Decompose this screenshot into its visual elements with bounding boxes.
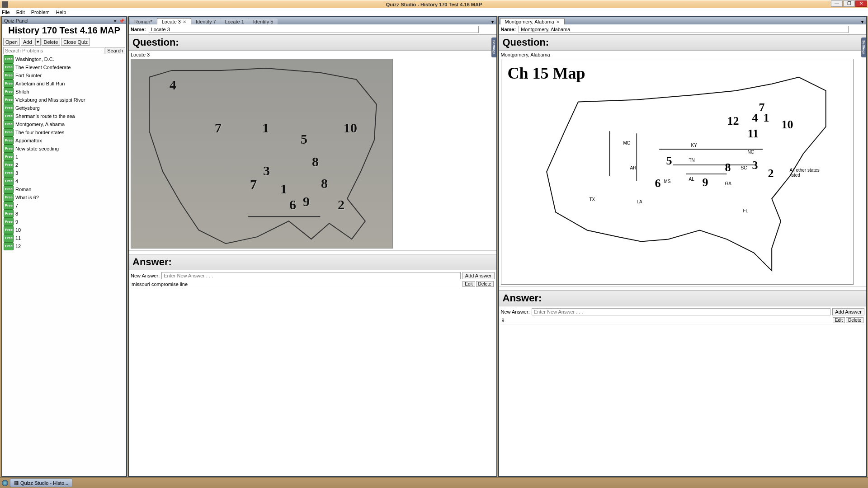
maximize-button[interactable]: ❐	[843, 0, 855, 7]
open-button[interactable]: Open	[3, 38, 20, 46]
problem-item[interactable]: FreeThe Elevent Confederate	[3, 63, 126, 71]
delete-button[interactable]: Delete	[476, 281, 494, 287]
name-row: Name:	[499, 24, 867, 34]
app-icon	[2, 1, 8, 8]
workspace: Quiz Panel ▾ 📌 History 170 Test 4.16 MAP…	[0, 16, 868, 477]
map-number: 11	[748, 127, 759, 141]
close-icon[interactable]: ✕	[183, 19, 186, 24]
map-number: 8	[321, 176, 328, 191]
free-badge: Free	[4, 202, 14, 210]
problem-item[interactable]: Free4	[3, 177, 126, 185]
menu-problem[interactable]: Problem	[31, 9, 50, 15]
search-button[interactable]: Search	[105, 47, 125, 54]
problem-item[interactable]: FreeFort Sumter	[3, 71, 126, 80]
new-answer-input[interactable]	[532, 308, 831, 315]
add-dropdown-button[interactable]: ▾	[35, 38, 41, 46]
question-label: Question:	[132, 37, 179, 48]
map-state-label: FL	[743, 208, 749, 213]
start-orb-icon[interactable]	[2, 480, 8, 486]
close-button[interactable]: ✕	[855, 0, 867, 7]
tab-label: Locate 3	[162, 19, 181, 24]
editor-tab[interactable]: Locate 1	[221, 19, 249, 24]
free-badge: Free	[4, 120, 14, 128]
problem-item[interactable]: Free9	[3, 218, 126, 226]
free-badge: Free	[4, 71, 14, 80]
problem-item[interactable]: FreeNew state seceding	[3, 145, 126, 153]
problem-item[interactable]: FreeShiloh	[3, 88, 126, 96]
problem-label: 2	[15, 161, 18, 169]
map-image-left: 47151083718692	[131, 59, 393, 249]
problem-label: Washington, D.C.	[15, 56, 54, 63]
map-number: 4	[752, 111, 758, 125]
problem-item[interactable]: Free10	[3, 226, 126, 234]
map-number: 9	[303, 194, 310, 209]
problem-item[interactable]: Free8	[3, 210, 126, 218]
problem-item[interactable]: FreeMontgomery, Alabama	[3, 120, 126, 128]
settings-tab[interactable]: Settings	[861, 38, 866, 57]
menubar: File Edit Problem Help	[0, 8, 868, 16]
delete-button[interactable]: Delete	[42, 38, 61, 46]
problem-label: Shiloh	[15, 88, 29, 95]
new-answer-input[interactable]	[161, 272, 461, 279]
quiz-toolbar: Open Add ▾ Delete Close Quiz	[2, 37, 126, 47]
add-answer-button[interactable]: Add Answer	[462, 272, 495, 279]
problem-item[interactable]: Free7	[3, 202, 126, 210]
editor-tab[interactable]: Montgomery, Alabama✕	[500, 18, 565, 24]
add-answer-button[interactable]: Add Answer	[832, 308, 864, 315]
problem-item[interactable]: FreeWhat is 6?	[3, 193, 126, 202]
free-badge: Free	[4, 112, 14, 120]
problem-item[interactable]: FreeGettysburg	[3, 104, 126, 112]
problem-item[interactable]: FreeSherman's route to the sea	[3, 112, 126, 120]
problem-item[interactable]: FreeWashington, D.C.	[3, 55, 126, 63]
minimize-button[interactable]: —	[831, 0, 843, 7]
problem-item[interactable]: FreeThe four border states	[3, 128, 126, 136]
problem-label: Montgomery, Alabama	[15, 121, 65, 128]
answer-text: 9	[502, 318, 832, 323]
problem-item[interactable]: Free2	[3, 161, 126, 169]
problem-label: New state seceding	[15, 145, 59, 152]
problem-item[interactable]: FreeAntietam and Bull Run	[3, 80, 126, 88]
problem-item[interactable]: Free1	[3, 153, 126, 161]
add-button[interactable]: Add	[21, 38, 34, 46]
settings-tab[interactable]: Settings	[491, 38, 496, 57]
delete-button[interactable]: Delete	[846, 317, 863, 323]
answer-list: missouri compromise lineEditDelete	[130, 280, 495, 288]
problem-item[interactable]: Free11	[3, 234, 126, 242]
editor-tab[interactable]: Locate 3✕	[157, 18, 191, 24]
taskbar: ▦ Quizz Studio - Histo...	[0, 477, 868, 488]
search-input[interactable]	[3, 47, 104, 54]
editor-tab[interactable]: Identify 5	[249, 19, 278, 24]
problem-item[interactable]: Free3	[3, 169, 126, 177]
editor-tab[interactable]: Identify 7	[191, 19, 221, 24]
splitter-handle[interactable]: . . .	[499, 286, 867, 290]
close-icon[interactable]: ✕	[556, 19, 560, 24]
tabs-collapse-icon[interactable]: ▾	[490, 19, 495, 24]
free-badge: Free	[4, 193, 14, 202]
map-number: 8	[725, 161, 731, 174]
editor-tab[interactable]: Roman*	[130, 19, 157, 24]
right-tabs: Montgomery, Alabama✕▾	[499, 17, 867, 24]
quiz-panel-header-title: Quiz Panel	[4, 18, 113, 23]
edit-button[interactable]: Edit	[833, 317, 845, 323]
map-state-label: SC	[741, 165, 747, 170]
problem-item[interactable]: Free12	[3, 242, 126, 250]
problem-item[interactable]: FreeVicksburg and Mississippi River	[3, 96, 126, 104]
problem-item[interactable]: FreeAppomattox	[3, 136, 126, 145]
menu-file[interactable]: File	[2, 9, 10, 15]
map-number: 10	[344, 120, 357, 136]
free-badge: Free	[4, 136, 14, 145]
quiz-panel-header: Quiz Panel ▾ 📌	[2, 17, 126, 24]
name-input[interactable]	[519, 26, 849, 33]
problem-list[interactable]: FreeWashington, D.C.FreeThe Elevent Conf…	[2, 55, 126, 476]
splitter-handle[interactable]: . . .	[129, 250, 496, 254]
pin-icon[interactable]: 📌	[119, 19, 124, 23]
menu-edit[interactable]: Edit	[16, 9, 25, 15]
problem-item[interactable]: FreeRoman	[3, 185, 126, 193]
chevron-down-icon[interactable]: ▾	[114, 19, 116, 23]
edit-button[interactable]: Edit	[462, 281, 475, 287]
tabs-collapse-icon[interactable]: ▾	[859, 19, 865, 24]
name-input[interactable]	[149, 26, 479, 33]
menu-help[interactable]: Help	[56, 9, 66, 15]
close-quiz-button[interactable]: Close Quiz	[61, 38, 90, 46]
taskbar-app-button[interactable]: ▦ Quizz Studio - Histo...	[10, 479, 72, 487]
